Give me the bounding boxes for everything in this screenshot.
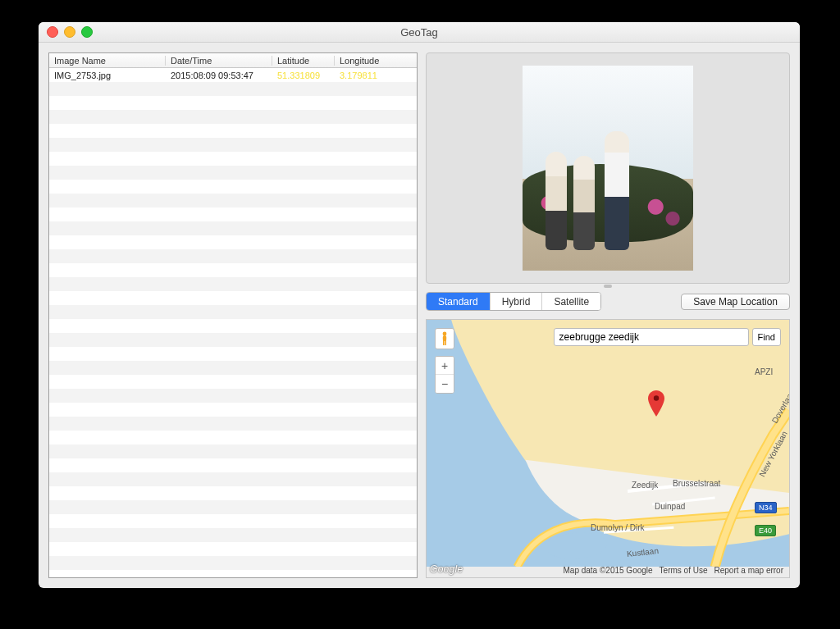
- image-preview: [426, 52, 790, 284]
- svg-rect-4: [445, 340, 446, 345]
- map-type-satellite[interactable]: Satellite: [542, 293, 600, 310]
- zoom-in-button[interactable]: +: [436, 357, 454, 375]
- table-row[interactable]: [49, 500, 417, 514]
- road-badge-e40: E40: [755, 525, 776, 536]
- table-row[interactable]: [49, 180, 417, 194]
- table-row[interactable]: [49, 124, 417, 138]
- cell-longitude: 3.179811: [335, 71, 417, 80]
- col-latitude[interactable]: Latitude: [272, 56, 335, 66]
- preview-photo: [523, 66, 693, 271]
- map-terms-link[interactable]: Terms of Use: [660, 566, 708, 575]
- table-row[interactable]: [49, 333, 417, 347]
- close-icon[interactable]: [47, 26, 58, 38]
- map-label-duinpad: Duinpad: [655, 502, 685, 511]
- map-view[interactable]: Zeedijk Brusselstraat Duinpad Dumolyn / …: [426, 319, 790, 578]
- table-row[interactable]: [49, 361, 417, 375]
- map-type-standard[interactable]: Standard: [427, 293, 491, 310]
- road-badge-n34: N34: [755, 502, 777, 513]
- map-provider-logo: Google: [430, 563, 463, 575]
- table-row[interactable]: [49, 556, 417, 570]
- map-label-brusselstraat: Brusselstraat: [673, 479, 720, 488]
- window-controls: [39, 26, 93, 38]
- table-row[interactable]: [49, 263, 417, 277]
- table-row[interactable]: [49, 417, 417, 431]
- map-search: Find: [554, 328, 781, 346]
- table-header[interactable]: Image Name Date/Time Latitude Longitude: [49, 53, 417, 68]
- table-row[interactable]: [49, 235, 417, 249]
- table-body[interactable]: IMG_2753.jpg2015:08:09 09:53:4751.331809…: [49, 68, 417, 577]
- table-row[interactable]: [49, 347, 417, 361]
- table-row[interactable]: [49, 152, 417, 166]
- svg-rect-2: [443, 335, 446, 341]
- minimize-icon[interactable]: [64, 26, 75, 38]
- table-row[interactable]: [49, 319, 417, 333]
- table-row[interactable]: [49, 528, 417, 542]
- table-row[interactable]: [49, 110, 417, 124]
- pegman-icon[interactable]: [435, 328, 454, 349]
- left-pane: Image Name Date/Time Latitude Longitude …: [48, 52, 418, 578]
- map-type-segmented: Standard Hybrid Satellite: [426, 292, 601, 311]
- cell-date-time: 2015:08:09 09:53:47: [166, 71, 272, 80]
- map-label-dumolyn: Dumolyn / Dirk: [591, 523, 645, 532]
- map-label-zeedijk: Zeedijk: [632, 481, 658, 490]
- map-controls-row: Standard Hybrid Satellite Save Map Locat…: [426, 292, 790, 311]
- col-image-name[interactable]: Image Name: [49, 56, 166, 66]
- table-row[interactable]: [49, 472, 417, 486]
- map-attribution: Map data ©2015 Google: [563, 566, 652, 575]
- table-row[interactable]: IMG_2753.jpg2015:08:09 09:53:4751.331809…: [49, 68, 417, 82]
- table-row[interactable]: [49, 138, 417, 152]
- cell-image-name: IMG_2753.jpg: [49, 71, 166, 80]
- zoom-out-button[interactable]: −: [436, 375, 454, 393]
- map-footer: Map data ©2015 Google Terms of Use Repor…: [560, 565, 786, 576]
- zoom-icon[interactable]: [81, 26, 93, 38]
- table-row[interactable]: [49, 96, 417, 110]
- app-window: GeoTag Image Name Date/Time Latitude Lon…: [39, 22, 800, 588]
- map-type-hybrid[interactable]: Hybrid: [491, 293, 543, 310]
- save-map-location-button[interactable]: Save Map Location: [681, 294, 790, 310]
- map-report-link[interactable]: Report a map error: [714, 566, 783, 575]
- table-row[interactable]: [49, 431, 417, 444]
- table-row[interactable]: [49, 486, 417, 500]
- cell-latitude: 51.331809: [272, 71, 335, 80]
- window-title: GeoTag: [39, 26, 800, 39]
- right-pane: Standard Hybrid Satellite Save Map Locat…: [426, 52, 790, 578]
- table-row[interactable]: [49, 305, 417, 319]
- content-area: Image Name Date/Time Latitude Longitude …: [39, 43, 800, 588]
- table-row[interactable]: [49, 542, 417, 556]
- table-row[interactable]: [49, 194, 417, 207]
- table-row[interactable]: [49, 277, 417, 291]
- table-row[interactable]: [49, 458, 417, 472]
- svg-point-1: [443, 332, 447, 336]
- col-date-time[interactable]: Date/Time: [166, 56, 272, 66]
- table-row[interactable]: [49, 221, 417, 235]
- table-row[interactable]: [49, 514, 417, 528]
- split-handle[interactable]: [604, 285, 612, 288]
- table-row[interactable]: [49, 207, 417, 221]
- map-search-input[interactable]: [554, 328, 749, 346]
- col-longitude[interactable]: Longitude: [335, 56, 417, 66]
- svg-rect-3: [443, 340, 445, 345]
- table-row[interactable]: [49, 389, 417, 403]
- titlebar[interactable]: GeoTag: [39, 22, 800, 43]
- table-row[interactable]: [49, 249, 417, 263]
- table-row[interactable]: [49, 82, 417, 96]
- table-row[interactable]: [49, 444, 417, 458]
- table-row[interactable]: [49, 403, 417, 417]
- table-row[interactable]: [49, 166, 417, 180]
- map-label-apzi: APZI: [755, 367, 773, 376]
- image-table[interactable]: Image Name Date/Time Latitude Longitude …: [48, 52, 418, 578]
- zoom-control: + −: [435, 356, 454, 394]
- table-row[interactable]: [49, 291, 417, 305]
- map-find-button[interactable]: Find: [752, 328, 781, 346]
- table-row[interactable]: [49, 375, 417, 389]
